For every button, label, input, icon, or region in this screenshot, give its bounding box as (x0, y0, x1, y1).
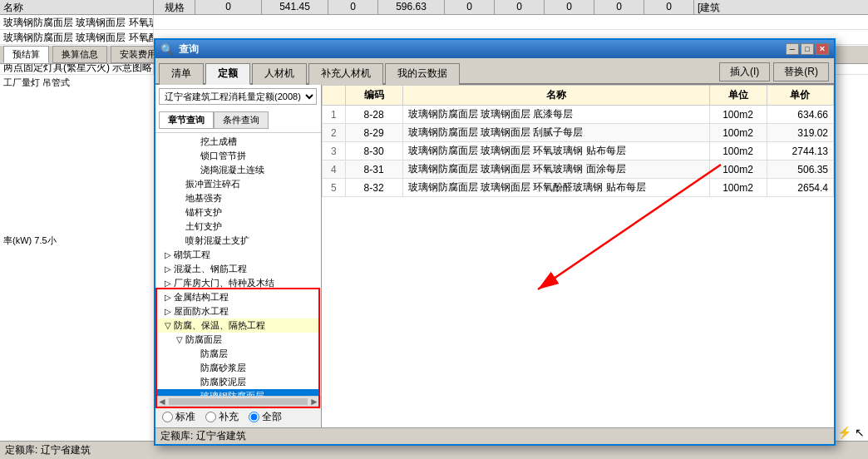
dialog-titlebar: 🔍 查询 ─ □ ✕ (155, 40, 834, 58)
col-header-name: 名称 (0, 0, 154, 14)
tree-node-anticorrosion-layer[interactable]: ▽ 防腐面层 (157, 333, 319, 347)
tab-list[interactable]: 清单 (159, 63, 204, 85)
close-button[interactable]: ✕ (816, 43, 829, 55)
tree-node[interactable]: 防腐胶泥层 (157, 375, 319, 389)
result-row[interactable]: 5 8-32 玻璃钢防腐面层 玻璃钢面层 环氧酚醛玻璃钢 贴布每层 100m2 … (323, 179, 834, 197)
tree-node[interactable]: ▷ 屋面防水工程 (157, 304, 319, 318)
result-row[interactable]: 4 8-31 玻璃钢防腐面层 玻璃钢面层 环氧玻璃钢 面涂每层 100m2 50… (323, 160, 834, 179)
col-header-num (323, 86, 346, 106)
tree-node[interactable]: 地基强夯 (157, 191, 319, 205)
tree-node[interactable]: 锚杆支护 (157, 205, 319, 220)
dialog-content: 辽宁省建筑工程消耗量定额(2008) 章节查询 条件查询 挖土成槽 锁口管节 (155, 85, 834, 427)
maximize-button[interactable]: □ (801, 43, 814, 55)
col-header-unit: 单位 (709, 86, 767, 106)
dialog-tabs: 清单 定额 人材机 补充人材机 我的云数据 插入(I) 替换(R) (155, 58, 834, 85)
insert-button[interactable]: 插入(I) (719, 62, 770, 81)
tree-node[interactable]: 防腐砂浆层 (157, 361, 319, 375)
col-header-price: 单价 (767, 86, 833, 106)
tab-labor[interactable]: 人材机 (252, 63, 307, 85)
tree-node[interactable]: 振冲置注碎石 (157, 177, 319, 191)
tree-node[interactable]: ▷ 混凝土、钢筋工程 (157, 262, 319, 276)
results-panel: 编码 名称 单位 单价 1 8-28 玻璃钢防腐面层 玻璃钢面层 底漆每层 10… (322, 85, 834, 427)
replace-button[interactable]: 替换(R) (773, 62, 829, 81)
tree-node[interactable]: 浇捣混凝土连续 (157, 163, 319, 177)
province-select[interactable]: 辽宁省建筑工程消耗量定额(2008) (159, 88, 317, 105)
titlebar-buttons: ─ □ ✕ (786, 43, 829, 55)
tab-supplement[interactable]: 补充人材机 (308, 63, 383, 85)
result-row[interactable]: 1 8-28 玻璃钢防腐面层 玻璃钢面层 底漆每层 100m2 634.66 (323, 106, 834, 124)
tree-node[interactable]: 挖土成槽 (157, 135, 319, 149)
tab-actions: 插入(I) 替换(R) (719, 62, 834, 83)
tree-node[interactable]: ▷ 厂库房大门、特种及木结 (157, 276, 319, 290)
result-row[interactable]: 3 8-30 玻璃钢防腐面层 玻璃钢面层 环氧玻璃钢 贴布每层 100m2 27… (323, 142, 834, 160)
chapter-query-btn[interactable]: 章节查询 (159, 111, 214, 129)
tree-panel: 辽宁省建筑工程消耗量定额(2008) 章节查询 条件查询 挖土成槽 锁口管节 (155, 85, 322, 427)
col-header-name: 名称 (402, 86, 709, 106)
search-icon: 🔍 (160, 43, 174, 56)
col-header-spec: 规格 (154, 0, 195, 14)
tab-cloud[interactable]: 我的云数据 (385, 63, 460, 85)
tree-node[interactable]: 防腐层 (157, 347, 319, 361)
tree-scrollbar[interactable]: ◄ ► (155, 396, 321, 406)
radio-standard[interactable]: 标准 (162, 410, 195, 424)
dialog-title: 查询 (179, 42, 199, 57)
query-dialog: 🔍 查询 ─ □ ✕ 清单 定额 人材机 补充人材机 我的云数据 插入(I) 替… (154, 38, 836, 446)
tree-node-anticorrosion[interactable]: ▽ 防腐、保温、隔热工程 (157, 318, 319, 333)
left-sidebar-label: 工厂量灯 吊管式 (0, 75, 83, 91)
tree-node[interactable]: 锁口管节拼 (157, 149, 319, 163)
tree-node[interactable]: ▷ 砌筑工程 (157, 248, 319, 262)
tree-node[interactable]: 喷射混凝土支扩 (157, 234, 319, 248)
tree-node[interactable]: ▷ 金属结构工程 (157, 290, 319, 304)
results-table: 编码 名称 单位 单价 1 8-28 玻璃钢防腐面层 玻璃钢面层 底漆每层 10… (322, 85, 834, 197)
col-header-code: 编码 (345, 86, 402, 106)
condition-query-btn[interactable]: 条件查询 (214, 111, 269, 129)
tree-node[interactable]: 土钉支护 (157, 220, 319, 234)
minimize-button[interactable]: ─ (786, 43, 799, 55)
dialog-statusbar: 定额库: 辽宁省建筑 (155, 427, 834, 444)
radio-all[interactable]: 全部 (249, 410, 282, 424)
result-row[interactable]: 2 8-29 玻璃钢防腐面层 玻璃钢面层 刮腻子每层 100m2 319.02 (323, 124, 834, 142)
tree-container[interactable]: 挖土成槽 锁口管节拼 浇捣混凝土连续 振冲置注 (155, 133, 321, 396)
tab-quota[interactable]: 定额 (205, 63, 250, 85)
tree-radio-area: 标准 补充 全部 (155, 406, 321, 427)
tree-toolbar: 章节查询 条件查询 (155, 108, 321, 133)
radio-supplement[interactable]: 补充 (205, 410, 239, 424)
tree-node-glass-steel[interactable]: 玻璃钢防腐面层 (157, 389, 319, 396)
